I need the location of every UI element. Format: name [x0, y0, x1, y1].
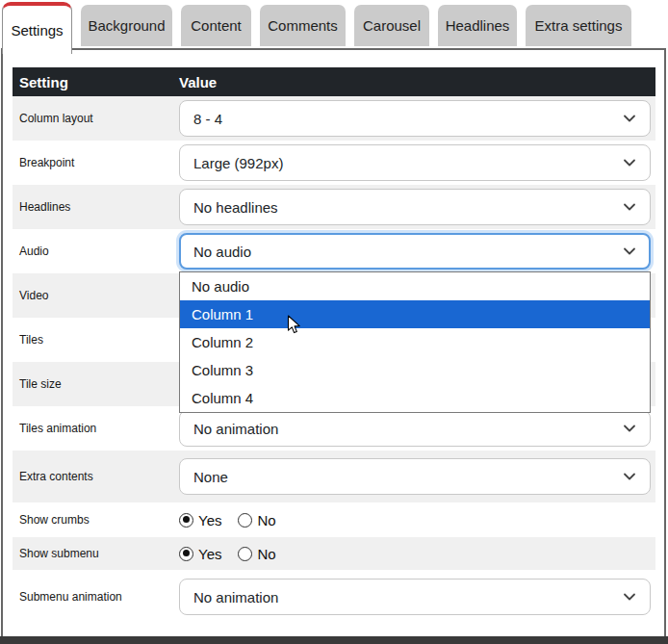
- tab-background[interactable]: Background: [81, 5, 172, 46]
- setting-label: Column layout: [13, 112, 179, 125]
- submenu-animation-select[interactable]: No animation: [179, 579, 651, 615]
- show-crumbs-yes-radio[interactable]: Yes: [179, 512, 221, 528]
- tab-settings[interactable]: Settings: [2, 2, 72, 54]
- dropdown-option-column-4[interactable]: Column 4: [180, 384, 650, 412]
- select-value: No animation: [193, 589, 278, 605]
- table-row-show-crumbs: Show crumbs Yes No: [13, 502, 655, 537]
- radio-unchecked-icon: [238, 513, 252, 528]
- setting-label: Show crumbs: [13, 513, 179, 527]
- header-setting: Setting: [13, 74, 179, 90]
- table-row-show-submenu: Show submenu Yes No: [13, 537, 655, 570]
- tab-carousel[interactable]: Carousel: [354, 5, 429, 46]
- table-row-extra-contents: Extra contents None: [13, 451, 655, 502]
- show-submenu-no-radio[interactable]: No: [238, 546, 275, 562]
- breakpoint-select[interactable]: Large (992px): [179, 144, 651, 181]
- chevron-down-icon: [623, 112, 636, 125]
- radio-checked-icon: [179, 547, 193, 561]
- setting-label: Extra contents: [13, 470, 179, 483]
- setting-label: Submenu animation: [13, 590, 179, 604]
- dropdown-option-column-3[interactable]: Column 3: [180, 356, 650, 384]
- show-crumbs-no-radio[interactable]: No: [238, 512, 275, 528]
- panel-bottom-border: [0, 636, 668, 644]
- dropdown-option-column-1[interactable]: Column 1: [180, 300, 650, 328]
- headlines-select[interactable]: No headlines: [179, 189, 651, 225]
- tab-strip: Settings Background Content Comments Car…: [2, 2, 631, 54]
- dropdown-option-column-2[interactable]: Column 2: [180, 328, 650, 356]
- chevron-down-icon: [623, 590, 636, 604]
- audio-select-dropdown: No audio Column 1 Column 2 Column 3 Colu…: [179, 271, 651, 413]
- setting-label: Tiles: [13, 333, 179, 347]
- dropdown-option-no-audio[interactable]: No audio: [180, 272, 650, 300]
- select-value: No headlines: [193, 199, 278, 216]
- chevron-down-icon: [623, 200, 636, 214]
- select-value: None: [193, 469, 228, 485]
- setting-label: Headlines: [13, 200, 179, 214]
- setting-label: Tiles animation: [13, 422, 179, 435]
- chevron-down-icon: [623, 422, 636, 435]
- radio-unchecked-icon: [238, 547, 252, 561]
- chevron-down-icon: [623, 470, 636, 483]
- table-row-headlines: Headlines No headlines: [13, 185, 655, 229]
- table-row-breakpoint: Breakpoint Large (992px): [13, 141, 655, 185]
- tab-comments[interactable]: Comments: [260, 5, 346, 46]
- radio-checked-icon: [179, 513, 193, 528]
- tab-extra-settings[interactable]: Extra settings: [526, 5, 631, 46]
- chevron-down-icon: [623, 245, 636, 258]
- chevron-down-icon: [623, 156, 636, 169]
- setting-label: Breakpoint: [13, 156, 179, 169]
- show-submenu-yes-radio[interactable]: Yes: [179, 546, 221, 562]
- select-value: No audio: [193, 244, 251, 260]
- setting-label: Tile size: [13, 377, 179, 391]
- tiles-animation-select[interactable]: No animation: [179, 410, 651, 447]
- select-value: Large (992px): [193, 155, 283, 171]
- setting-label: Video: [13, 289, 179, 302]
- tab-content[interactable]: Content: [181, 5, 251, 46]
- setting-label: Show submenu: [13, 547, 179, 560]
- table-row-audio: Audio No audio: [13, 229, 655, 273]
- module-settings-screen: Settings Background Content Comments Car…: [0, 0, 668, 644]
- table-row-column-layout: Column layout 8 - 4: [13, 96, 655, 141]
- select-value: 8 - 4: [193, 111, 222, 127]
- extra-contents-select[interactable]: None: [179, 458, 651, 495]
- column-layout-select[interactable]: 8 - 4: [179, 100, 651, 137]
- setting-label: Audio: [13, 245, 179, 258]
- header-value: Value: [179, 74, 655, 90]
- tab-headlines[interactable]: Headlines: [438, 5, 517, 46]
- table-header: Setting Value: [13, 67, 655, 96]
- table-row-submenu-animation: Submenu animation No animation: [13, 570, 655, 624]
- audio-select[interactable]: No audio: [179, 233, 651, 270]
- select-value: No animation: [193, 421, 278, 437]
